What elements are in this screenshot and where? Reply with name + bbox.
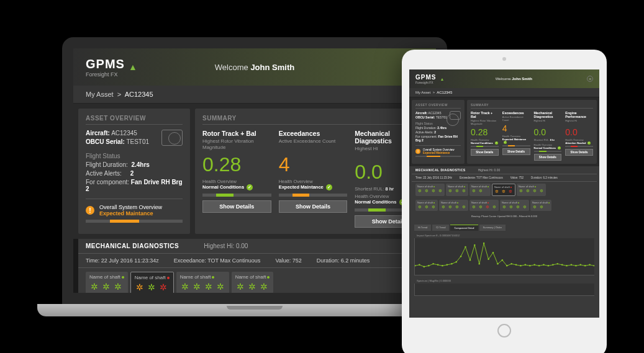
show-details-button[interactable]: Show Details: [502, 148, 530, 155]
svg-point-31: [556, 264, 558, 266]
chart-tab[interactable]: Hi Trend: [414, 225, 431, 231]
gear-icon: ✲: [461, 189, 466, 194]
chart-tab[interactable]: Summary | Order: [479, 225, 506, 231]
summary-panel: SUMMARY Rotor Track + Bal Highest Rotor …: [195, 109, 431, 234]
device-home-button[interactable]: [497, 324, 511, 337]
crumb-asset: AC12345: [125, 91, 153, 98]
svg-point-0: [415, 266, 415, 267]
menu-icon[interactable]: ≡: [587, 76, 593, 82]
shaft-group[interactable]: Name of shaft✲✲✲✲: [500, 200, 529, 211]
warning-icon: !: [86, 206, 94, 215]
svg-point-10: [460, 256, 462, 257]
svg-point-26: [533, 264, 535, 266]
shaft-group[interactable]: Name of shaft✲✲✲✲: [415, 184, 445, 196]
svg-point-33: [566, 266, 568, 267]
gear-icon: ✲: [471, 205, 476, 210]
summary-card: Engine Performance Highest Hi 0.0 Health…: [565, 111, 593, 161]
gear-icon: ✲: [471, 189, 476, 194]
shaft-group[interactable]: Name of shaft✲✲✲: [232, 272, 274, 295]
brand-triangle-icon: ▲: [440, 77, 444, 81]
gear-icon: ✲: [494, 189, 499, 194]
spectrum-chart[interactable]: [414, 238, 594, 275]
svg-point-32: [561, 264, 563, 266]
gear-icon: ✲: [478, 205, 483, 210]
svg-point-23: [520, 266, 522, 267]
gear-icon: ✲: [215, 282, 225, 292]
asset-overview-panel: ASSET OVERVIEW Aircraft: AC12345 OBCU Se…: [412, 100, 465, 164]
gear-icon: ✲: [431, 205, 436, 210]
check-icon: ✓: [558, 146, 561, 150]
welcome-text: Welcome John Smith: [496, 77, 532, 81]
gear-icon: ✲: [448, 205, 453, 210]
spectrum-chart-2[interactable]: [414, 284, 594, 296]
gear-icon: ✲: [192, 282, 202, 292]
shaft-group[interactable]: Name of shaft✲✲✲✲: [176, 272, 229, 295]
asset-overview-panel: ASSET OVERVIEW Aircraft: AC12345 OBCU Se…: [78, 109, 190, 234]
svg-point-35: [575, 266, 577, 267]
shaft-group[interactable]: Name of shaft✲✲✲: [415, 200, 438, 211]
shaft-group[interactable]: Name of shaft✲✲✲: [492, 184, 515, 196]
brand-sub: Foresight FX: [86, 71, 125, 78]
show-details-button[interactable]: Show Details: [471, 149, 499, 156]
gear-icon: ✲: [438, 189, 443, 194]
svg-point-21: [510, 264, 512, 266]
gear-icon: ✲: [522, 205, 527, 210]
show-details-button[interactable]: Show Details: [279, 200, 348, 213]
gear-icon: ✲: [147, 282, 156, 292]
warning-icon: !: [415, 149, 420, 154]
gear-icon: ✲: [89, 282, 99, 292]
shaft-group[interactable]: Name of shaft✲✲✲✲: [469, 200, 499, 211]
gear-icon: ✲: [519, 189, 524, 194]
svg-point-1: [419, 264, 420, 266]
metric-value: 4: [502, 123, 530, 133]
svg-point-36: [580, 264, 582, 266]
shaft-group[interactable]: Name of shaft✲✲✲: [130, 272, 174, 295]
chart-tab[interactable]: CI Trend: [432, 225, 449, 231]
metric-value: 0.0: [565, 127, 593, 137]
shaft-group[interactable]: Name of shaft✲✲✲✲: [517, 184, 546, 196]
svg-point-37: [584, 266, 586, 267]
svg-point-16: [488, 259, 489, 261]
shaft-group[interactable]: Name of shaft✲✲: [530, 200, 551, 211]
svg-point-28: [543, 264, 545, 266]
svg-point-22: [515, 264, 517, 266]
svg-point-18: [497, 264, 499, 266]
check-icon: ✓: [247, 184, 253, 190]
breadcrumb: My Asset > AC12345: [73, 86, 436, 104]
chart-title-top: Impact Spectrum 8 - 0.0000487156012: [414, 233, 594, 238]
mechanical-diagnostics-panel: MECHANICAL DIAGNOSTICS Highest Hi: 0.00 …: [78, 239, 431, 299]
chart-tab[interactable]: Component Detail: [450, 225, 478, 231]
crumb-root[interactable]: My Asset: [86, 91, 114, 98]
aircraft-engine-icon: [450, 111, 461, 120]
svg-point-5: [437, 264, 439, 266]
shaft-group[interactable]: Name of shaft✲✲: [469, 184, 491, 196]
show-details-button[interactable]: Show Details: [565, 149, 593, 156]
svg-point-2: [424, 266, 425, 268]
metric-value: 0.0: [534, 127, 562, 137]
show-details-button[interactable]: Show Details: [202, 200, 271, 213]
brand-name: GPMS: [86, 57, 125, 71]
gear-icon: ✲: [204, 282, 214, 292]
gear-icon: ✲: [532, 205, 537, 210]
summary-card: Exceedances Active Exceedance Count 4 He…: [279, 130, 348, 228]
gear-icon: ✲: [485, 205, 490, 210]
welcome-text: Welcome John Smith: [215, 63, 294, 72]
shaft-group[interactable]: Name of shaft✲✲✲: [446, 184, 468, 196]
svg-point-4: [432, 264, 434, 266]
bearing-label: Bearing: Planet Carrier Upwind RH 0.000 …: [412, 213, 597, 220]
shaft-group[interactable]: Name of shaft✲✲✲: [86, 272, 128, 295]
gear-icon: ✲: [515, 205, 520, 210]
shaft-group[interactable]: Name of shaft✲✲✲✲: [439, 200, 468, 211]
svg-point-29: [548, 266, 550, 267]
svg-point-3: [428, 266, 430, 267]
gear-icon: ✲: [455, 189, 460, 194]
gear-icon: ✲: [235, 282, 245, 292]
check-icon: ✓: [326, 184, 332, 190]
chart-title-bottom: Spectrum | Mag/Bin | 0.000000: [414, 278, 594, 284]
show-details-button[interactable]: Show Details: [534, 154, 562, 161]
metric-value: 4: [279, 153, 348, 176]
svg-point-13: [474, 244, 476, 246]
svg-point-30: [552, 264, 554, 266]
gear-icon: ✲: [501, 189, 506, 194]
svg-point-24: [525, 264, 527, 266]
